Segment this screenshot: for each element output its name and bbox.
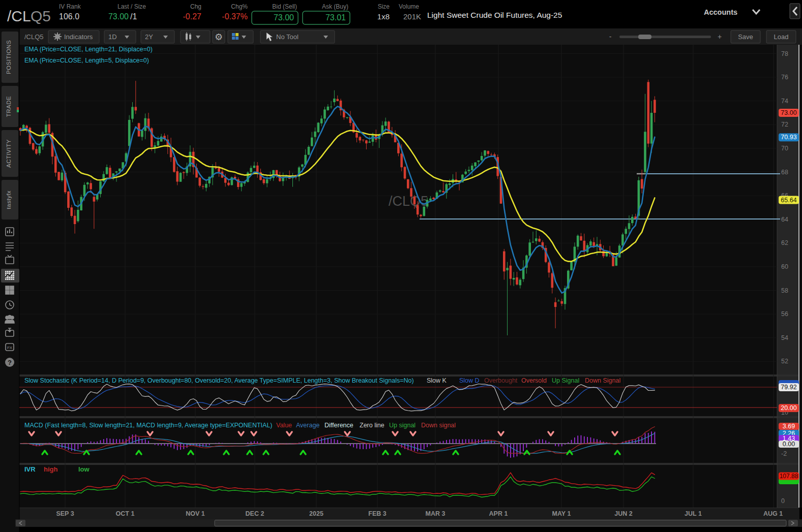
svg-text:65.64: 65.64 xyxy=(781,197,796,204)
svg-text:Accounts: Accounts xyxy=(704,8,737,16)
svg-text:TRADE: TRADE xyxy=(6,96,12,117)
svg-text:EMA (Price=CLOSE, Length=21, D: EMA (Price=CLOSE, Length=21, Displace=0) xyxy=(24,46,153,53)
svg-text:Difference: Difference xyxy=(324,422,353,429)
svg-text:106.0: 106.0 xyxy=(59,12,79,21)
svg-text:73.00: 73.00 xyxy=(781,109,796,116)
svg-text:Size: Size xyxy=(378,3,390,10)
svg-text:Q5: Q5 xyxy=(31,8,51,24)
svg-text:73.00: 73.00 xyxy=(274,13,294,22)
svg-text:JUL 1: JUL 1 xyxy=(685,510,702,517)
svg-text:high: high xyxy=(44,465,57,473)
svg-text:/CLQ5: /CLQ5 xyxy=(389,194,428,209)
svg-text:52: 52 xyxy=(781,358,788,365)
svg-text:Save: Save xyxy=(738,33,753,41)
svg-text:Up Signal: Up Signal xyxy=(552,377,579,384)
svg-text:20.00: 20.00 xyxy=(781,404,796,412)
svg-text:60: 60 xyxy=(781,263,788,270)
svg-text:107.88: 107.88 xyxy=(780,473,798,480)
svg-text:Light Sweet Crude Oil Futures,: Light Sweet Crude Oil Futures, Aug-25 xyxy=(427,11,562,19)
svg-text:Down Signal: Down Signal xyxy=(585,377,620,384)
svg-text:1D: 1D xyxy=(108,33,117,41)
svg-text:62: 62 xyxy=(781,239,788,246)
svg-text:Zero line: Zero line xyxy=(360,422,384,429)
svg-text:1x8: 1x8 xyxy=(377,12,390,21)
svg-text:JUN 2: JUN 2 xyxy=(614,510,632,517)
svg-text:IVR: IVR xyxy=(24,465,36,473)
svg-text:Load: Load xyxy=(774,33,789,41)
svg-text:73.01: 73.01 xyxy=(325,13,346,22)
svg-text:DEC 2: DEC 2 xyxy=(246,510,264,517)
svg-text:Value: Value xyxy=(276,422,292,429)
svg-text:MAY 1: MAY 1 xyxy=(552,510,571,517)
svg-text:0: 0 xyxy=(781,497,785,505)
svg-text:FX: FX xyxy=(7,346,13,350)
svg-text:3.69: 3.69 xyxy=(783,423,795,430)
svg-text:?: ? xyxy=(8,359,12,366)
svg-text:68: 68 xyxy=(781,169,788,176)
svg-text:Chg: Chg xyxy=(190,3,201,10)
svg-text:Slow K: Slow K xyxy=(427,377,447,384)
svg-text:Slow D: Slow D xyxy=(459,377,480,384)
svg-text:Overbought: Overbought xyxy=(484,377,518,384)
svg-text:58: 58 xyxy=(781,287,788,294)
svg-text:APR 1: APR 1 xyxy=(489,510,508,517)
svg-text:Volume: Volume xyxy=(399,3,419,10)
svg-text:Up signal: Up signal xyxy=(389,422,415,429)
svg-text:70: 70 xyxy=(781,145,788,152)
svg-text:Down signal: Down signal xyxy=(421,422,456,429)
svg-text:Oversold: Oversold xyxy=(521,377,547,384)
svg-text:Indicators: Indicators xyxy=(64,33,93,41)
svg-text:low: low xyxy=(78,465,90,473)
svg-text:0.00: 0.00 xyxy=(783,441,795,448)
svg-text:EMA (Price=CLOSE, Length=5, Di: EMA (Price=CLOSE, Length=5, Displace=0) xyxy=(24,57,149,64)
svg-text:/CL: /CL xyxy=(7,8,31,24)
svg-text:54: 54 xyxy=(781,334,788,341)
svg-text:/CLQ5: /CLQ5 xyxy=(24,33,44,41)
svg-text:AUG 1: AUG 1 xyxy=(763,510,783,517)
svg-text:64: 64 xyxy=(781,216,788,223)
svg-text:Slow Stochastic (K Period=14,: Slow Stochastic (K Period=14, D Period=9… xyxy=(24,377,414,384)
svg-text:No Tool: No Tool xyxy=(276,33,299,41)
svg-text:74: 74 xyxy=(781,98,788,105)
svg-text:2025: 2025 xyxy=(309,510,323,517)
svg-text:78: 78 xyxy=(781,50,788,57)
svg-text:-0.37%: -0.37% xyxy=(222,12,248,21)
svg-text:79.92: 79.92 xyxy=(781,384,796,391)
svg-text:56: 56 xyxy=(781,310,788,318)
svg-text:Last / Size: Last / Size xyxy=(117,3,146,10)
svg-text:-2: -2 xyxy=(781,450,787,457)
svg-text:-0.27: -0.27 xyxy=(183,12,202,21)
svg-text:SEP 3: SEP 3 xyxy=(56,510,74,517)
svg-text:Ask (Buy): Ask (Buy) xyxy=(322,3,348,10)
svg-text:NOV 1: NOV 1 xyxy=(186,510,205,517)
svg-text:201K: 201K xyxy=(403,12,421,21)
svg-text:2Y: 2Y xyxy=(145,33,153,41)
svg-text:MAR 3: MAR 3 xyxy=(426,510,445,517)
svg-text:OCT 1: OCT 1 xyxy=(116,510,135,517)
svg-text:73.00: 73.00 xyxy=(108,12,129,21)
svg-text:POSITIONS: POSITIONS xyxy=(6,40,12,74)
svg-text:MACD (Fast length=8, Slow leng: MACD (Fast length=8, Slow length=21, MAC… xyxy=(24,422,273,429)
svg-text:Chg%: Chg% xyxy=(231,3,248,10)
svg-text:IV Rank: IV Rank xyxy=(59,3,81,10)
svg-text:ACTIVITY: ACTIVITY xyxy=(6,139,12,168)
svg-text:FEB 3: FEB 3 xyxy=(368,510,386,517)
svg-text:72: 72 xyxy=(781,121,788,128)
svg-text:+: + xyxy=(718,33,722,41)
svg-text:tastyfx: tastyfx xyxy=(6,191,12,209)
svg-text:70.93: 70.93 xyxy=(781,134,796,141)
svg-text:-: - xyxy=(609,33,612,41)
svg-text:Bid (Sell): Bid (Sell) xyxy=(272,3,297,10)
svg-text:76: 76 xyxy=(781,74,788,81)
svg-text:Average: Average xyxy=(296,422,319,429)
svg-text:⚙: ⚙ xyxy=(215,32,223,42)
svg-text:/1: /1 xyxy=(130,12,137,21)
